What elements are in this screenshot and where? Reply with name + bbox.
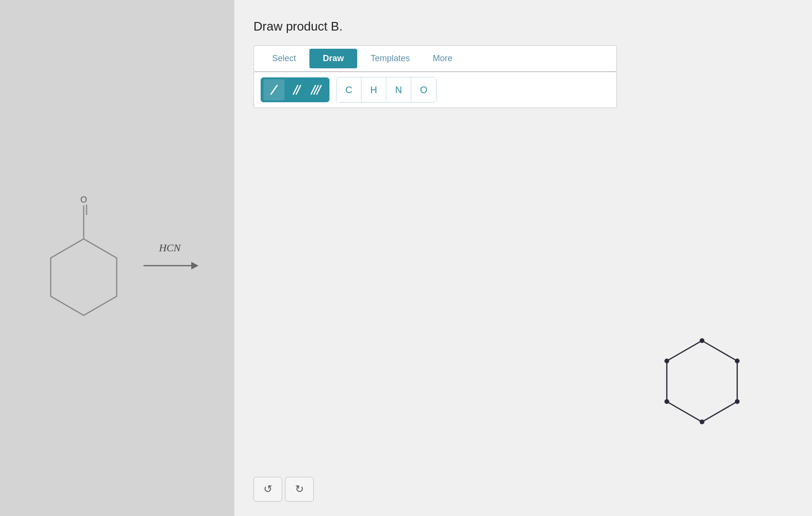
undo-button[interactable]: ↺ (253, 477, 282, 502)
redo-button[interactable]: ↻ (285, 477, 314, 502)
single-bond-button[interactable] (263, 79, 285, 100)
reagent-label: HCN (159, 242, 180, 254)
atom-H-button[interactable]: H (362, 77, 386, 102)
tab-more[interactable]: More (423, 49, 462, 68)
svg-text:O: O (80, 196, 87, 204)
triple-bond-icon (308, 83, 324, 97)
bottom-controls: ↺ ↻ (253, 477, 793, 502)
svg-point-18 (700, 419, 704, 424)
draw-toolbar: C H N O (253, 72, 617, 108)
right-panel: Draw product B. Select Draw Templates Mo… (234, 0, 812, 516)
reaction-area: O HCN (31, 196, 203, 320)
undo-icon: ↺ (263, 483, 272, 495)
double-bond-icon (288, 83, 302, 97)
hexagon-structure (649, 329, 755, 434)
svg-point-16 (735, 359, 740, 364)
single-bond-icon (269, 83, 279, 97)
redo-icon: ↻ (295, 483, 304, 495)
svg-point-20 (664, 359, 669, 364)
tab-select[interactable]: Select (259, 49, 309, 68)
svg-point-19 (664, 399, 669, 404)
svg-line-8 (271, 85, 277, 95)
arrow-area: HCN (141, 242, 198, 274)
atom-C-button[interactable]: C (337, 77, 362, 102)
svg-marker-0 (51, 239, 117, 315)
tab-templates[interactable]: Templates (357, 49, 423, 68)
tab-draw[interactable]: Draw (309, 49, 357, 68)
svg-point-15 (700, 338, 704, 343)
cyclohexanone-structure: O (31, 196, 136, 320)
svg-point-17 (735, 399, 740, 404)
atom-group: C H N O (336, 77, 437, 103)
triple-bond-button[interactable] (306, 79, 327, 100)
svg-marker-14 (667, 341, 737, 422)
bond-group (261, 77, 329, 102)
double-bond-button[interactable] (285, 79, 306, 100)
reaction-arrow (141, 257, 198, 274)
atom-O-button[interactable]: O (411, 77, 436, 102)
toolbar: Select Draw Templates More (253, 45, 617, 72)
svg-marker-7 (191, 262, 198, 269)
panel-title: Draw product B. (253, 19, 793, 34)
atom-N-button[interactable]: N (386, 77, 411, 102)
left-panel: O HCN (0, 0, 234, 516)
drawing-canvas[interactable] (253, 113, 793, 472)
